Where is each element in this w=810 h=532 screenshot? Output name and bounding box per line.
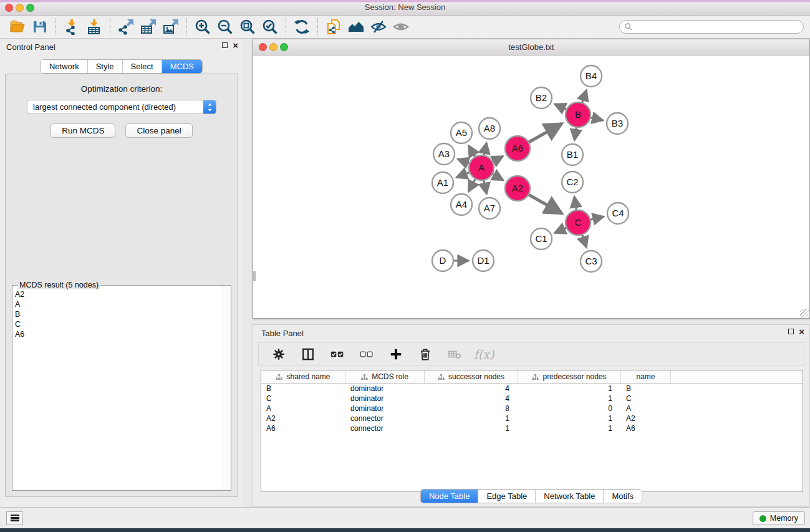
tab-mcds[interactable]: MCDS bbox=[162, 60, 202, 73]
export-network-button[interactable] bbox=[115, 17, 137, 37]
tab-network[interactable]: Network bbox=[41, 60, 88, 73]
table-row[interactable]: A6connector11A6 bbox=[261, 423, 803, 433]
graph-node-A1[interactable]: A1 bbox=[432, 172, 453, 193]
import-table-button[interactable] bbox=[83, 17, 105, 37]
graph-node-B3[interactable]: B3 bbox=[607, 113, 628, 134]
column-header-shared-name[interactable]: shared name bbox=[261, 370, 345, 383]
open-session-button[interactable] bbox=[6, 17, 29, 37]
graph-node-A3[interactable]: A3 bbox=[433, 143, 455, 165]
zoom-out-icon bbox=[217, 19, 233, 35]
memory-label: Memory bbox=[770, 514, 798, 523]
run-mcds-button[interactable]: Run MCDS bbox=[51, 123, 115, 138]
graph-node-A7[interactable]: A7 bbox=[479, 198, 500, 219]
task-history-button[interactable] bbox=[6, 511, 23, 525]
tab-node-table[interactable]: Node Table bbox=[421, 490, 479, 503]
node-table: shared nameMCDS rolesuccessor nodesprede… bbox=[261, 370, 803, 492]
table-row[interactable]: Cdominator41C bbox=[261, 394, 803, 404]
zoom-selected-button[interactable] bbox=[259, 17, 281, 37]
graph-node-label: A6 bbox=[512, 143, 523, 153]
tab-network-table[interactable]: Network Table bbox=[536, 490, 604, 503]
table-header-row: shared nameMCDS rolesuccessor nodesprede… bbox=[261, 370, 803, 384]
graph-node-label: B1 bbox=[567, 149, 578, 160]
home-view-button[interactable] bbox=[345, 17, 367, 37]
graph-node-A4[interactable]: A4 bbox=[451, 194, 472, 215]
clone-network-button[interactable] bbox=[322, 17, 345, 37]
tab-motifs[interactable]: Motifs bbox=[604, 490, 642, 503]
graph-node-A5[interactable]: A5 bbox=[451, 122, 472, 143]
column-header-mcds-role[interactable]: MCDS role bbox=[345, 370, 425, 383]
column-selector-button[interactable] bbox=[300, 346, 316, 363]
toolbar-separator bbox=[286, 18, 286, 36]
tab-edge-table[interactable]: Edge Table bbox=[478, 490, 536, 503]
export-table-button[interactable] bbox=[137, 17, 160, 37]
table-row[interactable]: Bdominator41B bbox=[261, 384, 803, 394]
graph-node-A2[interactable]: A2 bbox=[505, 176, 530, 201]
graph-node-A8[interactable]: A8 bbox=[479, 118, 500, 139]
import-network-icon bbox=[64, 19, 80, 35]
graph-node-C3[interactable]: C3 bbox=[581, 251, 602, 272]
refresh-button[interactable] bbox=[291, 17, 313, 37]
mcds-result-item-a6[interactable]: A6 bbox=[15, 329, 219, 339]
cell-name: A2 bbox=[621, 414, 671, 423]
result-scrollbar[interactable] bbox=[223, 286, 231, 490]
zoom-fit-button[interactable] bbox=[236, 17, 259, 37]
mcds-result-item-b[interactable]: B bbox=[15, 309, 219, 319]
table-row[interactable]: A2connector11A2 bbox=[261, 414, 803, 423]
deselect-all-columns-button[interactable] bbox=[359, 346, 375, 363]
table-close-panel-icon[interactable]: × bbox=[799, 329, 804, 334]
table-float-panel-icon[interactable] bbox=[788, 329, 794, 334]
mcds-result-list: A2ABCA6 bbox=[12, 288, 222, 490]
graph-node-C4[interactable]: C4 bbox=[607, 203, 629, 224]
close-panel-icon[interactable]: × bbox=[233, 42, 238, 48]
function-builder-button[interactable]: f(x) bbox=[476, 346, 492, 363]
graph-node-D1[interactable]: D1 bbox=[473, 250, 494, 271]
mcds-result-item-c[interactable]: C bbox=[15, 319, 219, 329]
add-column-button[interactable] bbox=[388, 346, 404, 363]
network-window-titlebar[interactable]: testGlobe.txt bbox=[253, 39, 809, 56]
graph-node-C1[interactable]: C1 bbox=[531, 228, 552, 249]
column-header-successor-nodes[interactable]: successor nodes bbox=[425, 370, 518, 383]
show-view-button[interactable] bbox=[390, 17, 412, 37]
column-label: shared name bbox=[286, 372, 330, 381]
memory-button[interactable]: Memory bbox=[753, 511, 805, 525]
hide-labels-icon bbox=[370, 19, 387, 35]
delete-column-button[interactable] bbox=[417, 346, 433, 363]
search-box[interactable] bbox=[619, 20, 804, 34]
graph-node-D[interactable]: D bbox=[432, 250, 453, 271]
delete-table-button[interactable] bbox=[446, 346, 463, 363]
column-header-predecessor-nodes[interactable]: predecessor nodes bbox=[518, 370, 621, 383]
graph-node-B[interactable]: B bbox=[566, 102, 591, 127]
table-row[interactable]: Adominator80A bbox=[261, 404, 803, 414]
criterion-dropdown[interactable]: largest connected component (directed) bbox=[27, 100, 216, 114]
graph-node-A[interactable]: A bbox=[469, 155, 494, 180]
graph-node-B4[interactable]: B4 bbox=[581, 65, 602, 87]
select-all-columns-button[interactable] bbox=[329, 346, 345, 363]
mcds-result-item-a2[interactable]: A2 bbox=[15, 289, 219, 299]
search-input[interactable] bbox=[633, 21, 803, 32]
mcds-result-item-a[interactable]: A bbox=[15, 299, 219, 309]
column-header-name[interactable]: name bbox=[621, 370, 671, 383]
panel-edge-handle[interactable] bbox=[253, 271, 256, 281]
zoom-out-button[interactable] bbox=[214, 17, 236, 37]
delete-column-icon bbox=[418, 347, 432, 361]
tab-style[interactable]: Style bbox=[88, 60, 123, 73]
save-session-icon bbox=[32, 19, 48, 35]
graph-node-label: C3 bbox=[585, 256, 597, 266]
hide-labels-button[interactable] bbox=[367, 17, 390, 37]
cell-name: C bbox=[621, 394, 671, 403]
close-panel-button[interactable]: Close panel bbox=[125, 123, 192, 138]
graph-node-B2[interactable]: B2 bbox=[531, 87, 552, 109]
float-panel-icon[interactable] bbox=[222, 42, 228, 48]
tab-select[interactable]: Select bbox=[123, 60, 162, 73]
graph-node-C[interactable]: C bbox=[566, 210, 591, 235]
graph-node-B1[interactable]: B1 bbox=[562, 144, 583, 165]
zoom-in-button[interactable] bbox=[191, 17, 214, 37]
import-network-button[interactable] bbox=[60, 17, 83, 37]
network-canvas[interactable]: B4B2BB3A5A8A6A3B1AA1C2A2A4A7C4CC1C3DD1 bbox=[253, 56, 809, 318]
graph-node-C2[interactable]: C2 bbox=[562, 172, 583, 193]
export-image-button[interactable] bbox=[160, 17, 182, 37]
settings-button[interactable] bbox=[271, 346, 287, 363]
graph-node-A6[interactable]: A6 bbox=[505, 136, 530, 161]
window-resize-grip[interactable] bbox=[800, 309, 809, 317]
save-session-button[interactable] bbox=[29, 17, 51, 37]
